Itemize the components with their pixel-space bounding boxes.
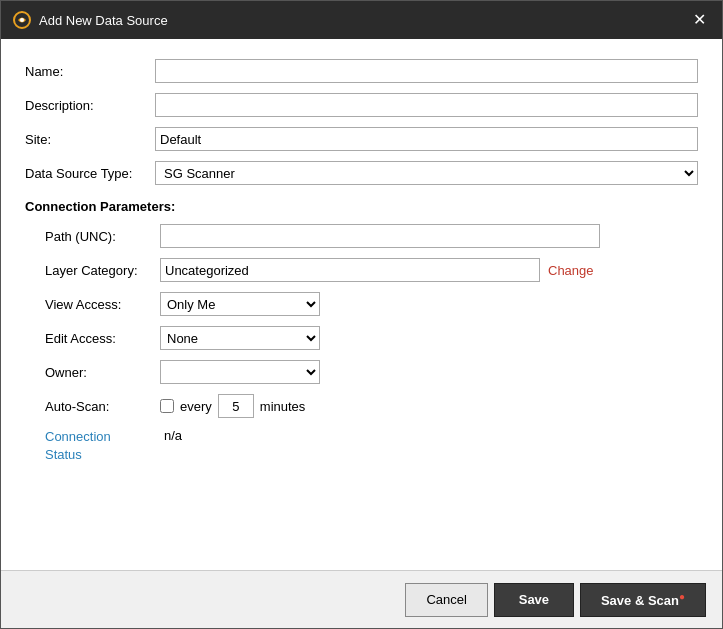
add-data-source-dialog: Add New Data Source ✕ Name: Description:…	[0, 0, 723, 629]
connection-status-row: ConnectionStatus n/a	[45, 428, 698, 464]
autoscan-label: Auto-Scan:	[45, 399, 160, 414]
view-access-label: View Access:	[45, 297, 160, 312]
dialog-content: Name: Description: Site: Data Source Typ…	[1, 39, 722, 570]
autoscan-minutes-label: minutes	[260, 399, 306, 414]
edit-access-row: Edit Access: None Only Me Everyone	[45, 326, 698, 350]
data-source-type-select[interactable]: SG Scanner	[155, 161, 698, 185]
save-scan-button[interactable]: Save & Scan●	[580, 583, 706, 617]
name-label: Name:	[25, 64, 155, 79]
save-button[interactable]: Save	[494, 583, 574, 617]
description-row: Description:	[25, 93, 698, 117]
layer-category-row: Layer Category: Change	[45, 258, 698, 282]
connection-params-title: Connection Parameters:	[25, 199, 698, 214]
edit-access-select[interactable]: None Only Me Everyone	[160, 326, 320, 350]
description-input[interactable]	[155, 93, 698, 117]
site-label: Site:	[25, 132, 155, 147]
data-source-type-row: Data Source Type: SG Scanner	[25, 161, 698, 185]
site-row: Site:	[25, 127, 698, 151]
title-bar-left: Add New Data Source	[13, 11, 168, 29]
path-row: Path (UNC):	[45, 224, 698, 248]
connection-status-value: n/a	[164, 428, 182, 443]
close-button[interactable]: ✕	[689, 12, 710, 28]
name-input[interactable]	[155, 59, 698, 83]
owner-label: Owner:	[45, 365, 160, 380]
autoscan-every-label: every	[180, 399, 212, 414]
path-label: Path (UNC):	[45, 229, 160, 244]
site-input[interactable]	[155, 127, 698, 151]
name-row: Name:	[25, 59, 698, 83]
owner-row: Owner:	[45, 360, 698, 384]
layer-category-input[interactable]	[160, 258, 540, 282]
svg-point-1	[20, 18, 24, 22]
dialog-title: Add New Data Source	[39, 13, 168, 28]
owner-select[interactable]	[160, 360, 320, 384]
description-label: Description:	[25, 98, 155, 113]
path-input[interactable]	[160, 224, 600, 248]
change-link[interactable]: Change	[548, 263, 594, 278]
edit-access-label: Edit Access:	[45, 331, 160, 346]
autoscan-checkbox[interactable]	[160, 399, 174, 413]
dialog-footer: Cancel Save Save & Scan●	[1, 570, 722, 628]
layer-category-label: Layer Category:	[45, 263, 160, 278]
title-bar: Add New Data Source ✕	[1, 1, 722, 39]
autoscan-row: Auto-Scan: every minutes	[45, 394, 698, 418]
app-icon	[13, 11, 31, 29]
red-dot-icon: ●	[679, 591, 685, 602]
autoscan-interval-input[interactable]	[218, 394, 254, 418]
view-access-select[interactable]: Only Me Everyone None	[160, 292, 320, 316]
cancel-button[interactable]: Cancel	[405, 583, 487, 617]
connection-params-section: Path (UNC): Layer Category: Change View …	[25, 224, 698, 464]
layer-category-controls: Change	[160, 258, 594, 282]
data-source-type-label: Data Source Type:	[25, 166, 155, 181]
connection-status-link[interactable]: ConnectionStatus	[45, 428, 160, 464]
view-access-row: View Access: Only Me Everyone None	[45, 292, 698, 316]
autoscan-controls: every minutes	[160, 394, 305, 418]
save-scan-label: Save & Scan	[601, 593, 679, 608]
